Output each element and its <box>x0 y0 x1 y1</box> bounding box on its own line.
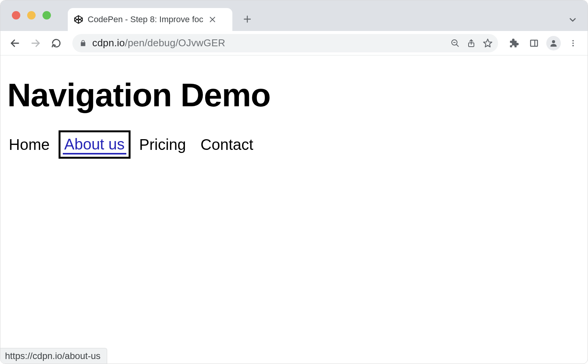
tab-title: CodePen - Step 8: Improve foc <box>88 15 203 24</box>
svg-rect-14 <box>531 40 537 46</box>
browser-toolbar: cdpn.io/pen/debug/OJvwGER <box>0 31 588 55</box>
nav-link-contact[interactable]: Contact <box>199 135 255 154</box>
url-host: cdpn.io <box>92 37 125 49</box>
svg-point-16 <box>552 40 555 43</box>
window-maximize-button[interactable] <box>42 11 51 20</box>
url-text: cdpn.io/pen/debug/OJvwGER <box>92 37 225 49</box>
nav-link-about-us[interactable]: About us <box>63 135 126 154</box>
codepen-icon <box>74 15 83 24</box>
nav-link-home[interactable]: Home <box>7 135 51 154</box>
forward-button[interactable] <box>28 36 43 51</box>
address-bar[interactable]: cdpn.io/pen/debug/OJvwGER <box>72 34 498 52</box>
new-tab-button[interactable] <box>241 13 254 26</box>
tab-close-button[interactable] <box>208 15 217 24</box>
kebab-menu-button[interactable] <box>565 36 581 51</box>
main-nav: Home About us Pricing Contact <box>7 135 581 154</box>
window-minimize-button[interactable] <box>27 11 36 20</box>
extensions-button[interactable] <box>506 36 522 51</box>
status-bar: https://cdpn.io/about-us <box>0 348 107 364</box>
browser-tabstrip: CodePen - Step 8: Improve foc <box>0 0 588 31</box>
svg-point-19 <box>572 45 574 46</box>
nav-link-pricing[interactable]: Pricing <box>138 135 188 154</box>
svg-point-18 <box>572 42 574 44</box>
toolbar-right <box>506 36 581 51</box>
share-icon[interactable] <box>467 39 476 48</box>
page-content: Navigation Demo Home About us Pricing Co… <box>0 55 588 154</box>
lock-icon <box>79 39 87 47</box>
sidepanel-button[interactable] <box>526 36 542 51</box>
window-close-button[interactable] <box>12 11 20 20</box>
zoom-out-icon[interactable] <box>451 39 460 48</box>
svg-marker-13 <box>483 39 492 47</box>
tabs-menu-button[interactable] <box>568 15 578 25</box>
svg-line-10 <box>456 44 459 47</box>
profile-avatar[interactable] <box>546 36 561 50</box>
window-controls <box>12 11 51 20</box>
address-bar-actions <box>451 38 493 48</box>
bookmark-star-icon[interactable] <box>483 38 493 48</box>
back-button[interactable] <box>7 36 23 51</box>
url-path: /pen/debug/OJvwGER <box>125 37 225 49</box>
reload-button[interactable] <box>49 36 64 51</box>
svg-point-17 <box>572 40 574 41</box>
page-title: Navigation Demo <box>7 76 581 114</box>
browser-tab[interactable]: CodePen - Step 8: Improve foc <box>68 8 232 31</box>
